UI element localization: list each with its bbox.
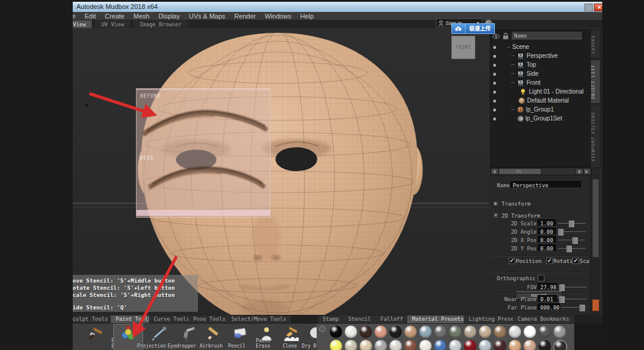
material-swatch[interactable] — [345, 326, 357, 338]
transform2d-section-header[interactable]: 2D Transform — [501, 213, 540, 219]
material-swatch[interactable] — [553, 326, 566, 338]
tool-paint-erase[interactable]: Paint Erase — [225, 325, 254, 350]
tab-select-move-tools[interactable]: Select/Move Tools — [227, 315, 291, 323]
scrollbar-thumb[interactable] — [592, 179, 599, 258]
material-swatch[interactable] — [434, 340, 447, 350]
material-swatch[interactable] — [524, 326, 536, 338]
field-value[interactable]: 0.00 — [538, 236, 556, 243]
tool-airbrush[interactable]: Airbrush — [174, 325, 202, 350]
material-swatch[interactable] — [464, 340, 476, 350]
slider[interactable] — [558, 236, 586, 243]
menu-display[interactable]: Display — [159, 13, 180, 20]
field-value[interactable]: 1.00 — [538, 219, 556, 227]
material-swatch[interactable] — [360, 326, 372, 338]
tree-item-scene[interactable]: - Scene — [491, 43, 591, 52]
menu-render[interactable]: Render — [234, 13, 256, 20]
material-swatch[interactable] — [479, 340, 491, 350]
material-swatch[interactable] — [509, 326, 521, 338]
field-value[interactable]: 0.00 — [538, 228, 556, 235]
tree-item-lp-group1[interactable]: lp_Group1 — [491, 106, 591, 114]
tree-item-light[interactable]: Light 01 - Directional — [491, 88, 591, 97]
tree-item-top[interactable]: Top — [491, 61, 591, 70]
material-swatch[interactable] — [524, 340, 536, 350]
menu-create[interactable]: Create — [105, 13, 125, 20]
tab-curve-tools[interactable]: Curve Tools — [149, 315, 194, 323]
front-camera-badge[interactable]: FRONT — [451, 36, 475, 59]
menu-edit[interactable]: Edit — [85, 13, 96, 20]
tab-material-presets[interactable]: Material Presets — [407, 315, 469, 323]
material-swatch[interactable] — [434, 326, 447, 338]
transform2d-expander-icon[interactable]: ▼ — [493, 212, 499, 219]
tool-dry-brush[interactable]: Dry Brush — [277, 325, 306, 350]
material-swatch[interactable] — [494, 340, 506, 350]
side-tab-object-list[interactable]: OBJECT LIST — [590, 60, 600, 104]
material-swatch[interactable] — [330, 340, 342, 350]
material-swatch[interactable] — [553, 340, 567, 350]
tool-cut-off[interactable]: E — [304, 325, 317, 350]
field-value[interactable]: 0.01 — [538, 295, 557, 302]
rotation-checkbox[interactable]: ✓ — [546, 258, 553, 264]
tab-falloff[interactable]: Falloff — [376, 315, 408, 323]
window-menu-button[interactable] — [584, 4, 593, 11]
menu-uvs-maps[interactable]: UVs & Maps — [189, 13, 225, 20]
material-swatch[interactable] — [374, 340, 387, 350]
field-value[interactable]: 0.00 — [538, 244, 556, 252]
material-swatch[interactable] — [464, 326, 476, 338]
material-swatch[interactable] — [479, 326, 491, 338]
material-swatch[interactable] — [404, 340, 417, 350]
material-swatch[interactable] — [360, 340, 372, 350]
material-swatch[interactable] — [389, 340, 402, 350]
tool-projection[interactable]: Projection — [113, 324, 143, 350]
material-swatch[interactable] — [389, 326, 402, 338]
lock-column-icon[interactable] — [502, 33, 509, 40]
tool-pencil[interactable]: Pencil — [199, 325, 228, 350]
transform-section-header[interactable]: Transform — [501, 201, 531, 207]
menu-mesh[interactable]: Mesh — [134, 13, 150, 20]
menu-help[interactable]: Help — [301, 13, 314, 20]
stencil-overlay[interactable]: BEFORE WEEK — [136, 88, 271, 218]
scale-checkbox[interactable]: ✓ — [572, 258, 579, 264]
material-swatch[interactable] — [419, 340, 432, 350]
material-swatch[interactable] — [494, 326, 506, 338]
orthographic-checkbox[interactable] — [538, 275, 544, 281]
tab-stamp[interactable]: Stamp — [318, 315, 343, 323]
field-value[interactable]: 000.00 — [538, 303, 560, 311]
tool-paint-brush[interactable]: Paint Brush — [81, 325, 110, 350]
side-tab-layers[interactable]: LAYERS — [590, 30, 600, 58]
tab-image-browser[interactable]: Image Browser — [134, 20, 187, 28]
material-swatch[interactable] — [419, 326, 432, 338]
tree-item-side[interactable]: Side — [491, 70, 591, 79]
tree-item-perspective[interactable]: Perspective — [491, 52, 591, 61]
scrollbar-thumb-highlight[interactable] — [592, 299, 599, 311]
slider[interactable] — [558, 244, 586, 252]
field-value[interactable]: 27.98 — [538, 283, 557, 290]
slider[interactable] — [558, 228, 586, 235]
menu-windows[interactable]: Windows — [265, 13, 292, 20]
material-swatch[interactable] — [538, 326, 551, 338]
name-column-header[interactable]: Name — [511, 31, 583, 39]
tab-camera-bookmarks[interactable]: Camera Bookmarks — [513, 315, 574, 323]
tray-expand-icon[interactable] — [319, 326, 326, 332]
tab-pose-tools[interactable]: Pose Tools — [188, 315, 230, 323]
material-swatch[interactable] — [330, 326, 342, 338]
tree-item-front[interactable]: Front — [491, 79, 591, 88]
transform-expander-icon[interactable]: ▶ — [493, 200, 499, 207]
material-swatch[interactable] — [404, 326, 417, 338]
expander-icon[interactable]: - — [507, 44, 509, 50]
slider[interactable] — [559, 295, 587, 302]
properties-vscrollbar[interactable] — [590, 174, 600, 315]
tab-uv-view[interactable]: UV View — [95, 20, 130, 28]
material-swatch[interactable] — [449, 340, 462, 350]
viewport-3d[interactable] — [62, 28, 489, 315]
tree-item-default-material[interactable]: Default Material — [491, 97, 591, 106]
tool-eyedropper[interactable]: Eyedropper — [144, 325, 173, 350]
side-tab-viewport-filters[interactable]: VIEWPORT FILTERS — [590, 105, 600, 168]
material-swatch[interactable] — [509, 340, 521, 350]
slider[interactable] — [558, 219, 586, 227]
material-swatch[interactable] — [538, 340, 551, 350]
slider[interactable] — [559, 283, 587, 290]
slider[interactable] — [562, 303, 587, 311]
position-checkbox[interactable]: ✓ — [509, 258, 515, 264]
tool-clone[interactable]: Clone — [252, 325, 281, 350]
material-swatch[interactable] — [345, 340, 357, 350]
